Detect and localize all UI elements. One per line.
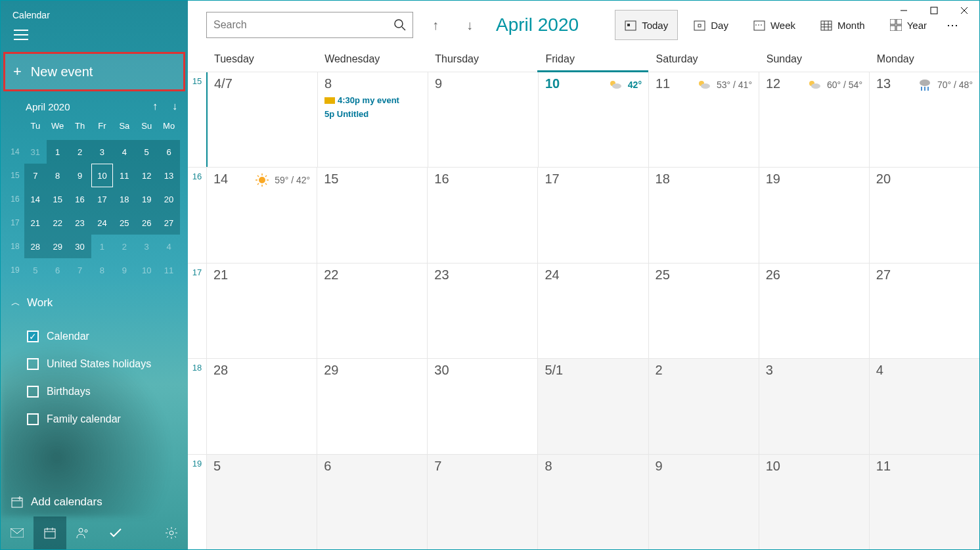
day-cell[interactable]: 5 [206,455,317,549]
checkbox[interactable] [27,386,39,398]
mini-day[interactable]: 7 [24,164,47,187]
mini-day[interactable]: 21 [24,211,47,235]
day-cell[interactable]: 30 [427,359,537,453]
mini-day[interactable]: 17 [91,187,114,211]
add-calendars-button[interactable]: Add calendars [1,488,188,516]
search-icon[interactable] [394,19,406,31]
event[interactable]: 5p Untitled [324,109,421,119]
mini-prev-button[interactable]: ↑ [152,101,158,112]
month-view-button[interactable]: Month [811,10,874,40]
account-toggle[interactable]: ︿ Work [11,296,177,309]
day-cell[interactable]: 13 70° / 48° [869,72,979,167]
day-cell[interactable]: 10 [759,455,869,549]
search-box[interactable] [206,12,413,38]
calendar-item[interactable]: ✓ Calendar [11,323,177,350]
day-cell[interactable]: 26 [759,264,869,358]
mini-day[interactable]: 20 [158,187,180,211]
mini-day[interactable]: 1 [47,140,69,164]
day-cell[interactable]: 25 [648,264,759,358]
day-cell[interactable]: 5/1 [537,359,648,453]
calendar-item[interactable]: Birthdays [11,378,177,405]
day-cell[interactable]: 15 [317,168,427,262]
day-cell[interactable]: 12 60° / 54° [759,72,869,167]
day-cell[interactable]: 11 53° / 41° [648,72,759,167]
mini-day[interactable]: 6 [47,258,69,282]
mini-day[interactable]: 24 [91,211,114,235]
day-cell[interactable]: 22 [317,264,427,358]
day-cell[interactable]: 20 [869,168,979,262]
mini-day[interactable]: 4 [113,140,135,164]
mini-day[interactable]: 8 [47,164,69,187]
day-cell[interactable]: 9 [648,455,759,549]
calendar-item[interactable]: United States holidays [11,350,177,378]
search-input[interactable] [213,19,394,31]
day-cell[interactable]: 21 [206,264,317,358]
day-cell[interactable]: 29 [317,359,427,453]
calendar-button[interactable] [33,516,66,549]
day-cell[interactable]: 8 [537,455,648,549]
mini-day[interactable]: 10 [135,258,158,282]
day-cell[interactable]: 17 [537,168,648,262]
hamburger-button[interactable] [1,20,188,49]
mini-day[interactable]: 13 [158,164,180,187]
day-cell[interactable]: 84:30p my event5p Untitled [317,72,428,167]
checkbox[interactable] [27,358,39,370]
week-view-button[interactable]: Week [744,10,805,40]
todo-button[interactable] [99,516,132,549]
mini-day[interactable]: 11 [113,164,135,187]
mini-day[interactable]: 16 [69,187,91,211]
mini-day[interactable]: 8 [91,258,114,282]
new-event-button[interactable]: + New event [3,52,185,91]
today-button[interactable]: Today [615,10,678,40]
event[interactable]: 4:30p my event [324,95,421,105]
day-cell[interactable]: 16 [427,168,537,262]
people-button[interactable] [66,516,99,549]
day-cell[interactable]: 23 [427,264,537,358]
mini-day[interactable]: 19 [135,187,158,211]
mini-day[interactable]: 7 [69,258,91,282]
day-cell[interactable]: 2 [648,359,759,453]
day-cell[interactable]: 4/7 [206,72,317,167]
prev-period-button[interactable]: ↑ [424,13,447,37]
maximize-button[interactable] [919,1,949,20]
day-cell[interactable]: 7 [427,455,537,549]
checkbox[interactable] [27,413,39,425]
mini-day[interactable]: 31 [24,140,47,164]
mini-day[interactable]: 10 [91,164,114,187]
day-cell[interactable]: 11 [869,455,979,549]
mini-day[interactable]: 26 [135,211,158,235]
mini-day[interactable]: 2 [113,235,135,258]
mini-day[interactable]: 3 [135,235,158,258]
mini-day[interactable]: 25 [113,211,135,235]
day-cell[interactable]: 24 [537,264,648,358]
minimize-button[interactable] [889,1,919,20]
mini-day[interactable]: 29 [47,235,69,258]
mini-calendar-title[interactable]: April 2020 [26,101,70,112]
current-month-title[interactable]: April 2020 [496,14,579,35]
day-cell[interactable]: 18 [648,168,759,262]
checkbox[interactable]: ✓ [27,331,39,342]
day-cell[interactable]: 4 [869,359,979,453]
close-button[interactable] [949,1,979,20]
mini-day[interactable]: 22 [47,211,69,235]
mini-day[interactable]: 6 [158,140,180,164]
mini-day[interactable]: 12 [135,164,158,187]
day-cell[interactable]: 28 [206,359,317,453]
day-cell[interactable]: 3 [759,359,869,453]
day-cell[interactable]: 27 [869,264,979,358]
mini-day[interactable]: 2 [69,140,91,164]
mini-day[interactable]: 5 [24,258,47,282]
mini-day[interactable]: 11 [158,258,180,282]
mini-day[interactable]: 5 [135,140,158,164]
mini-day[interactable]: 14 [24,187,47,211]
mini-day[interactable]: 30 [69,235,91,258]
mini-day[interactable]: 9 [113,258,135,282]
mini-day[interactable]: 9 [69,164,91,187]
day-view-button[interactable]: Day [684,10,738,40]
day-cell[interactable]: 9 [428,72,538,167]
mini-next-button[interactable]: ↓ [172,101,177,112]
settings-button[interactable] [155,516,188,549]
mini-day[interactable]: 3 [91,140,114,164]
calendar-item[interactable]: Family calendar [11,405,177,433]
next-period-button[interactable]: ↓ [458,13,481,37]
